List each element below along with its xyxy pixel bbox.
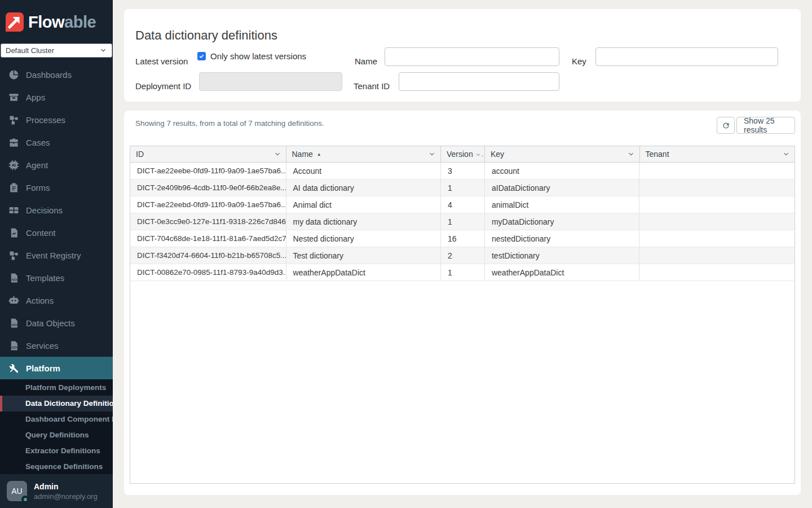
sidebar-subitem-query-definitions[interactable]: Query Definitions [0,427,113,443]
table-row[interactable]: DICT-f3420d74-6604-11f0-b21b-b65708c5...… [130,247,795,264]
tenant-id-input[interactable] [399,72,559,91]
cell-key: weatherAppDataDict [485,264,640,281]
cell-version: 3 [441,163,485,179]
sidebar-subitem-dashboard-component-definitions[interactable]: Dashboard Component Definitions [0,411,113,427]
sidebar-item-apps[interactable]: Apps [0,86,113,108]
cell-name: Account [286,163,442,179]
cell-tenant [639,230,795,247]
user-name: Admin [34,481,98,492]
sort-ascending-icon: ▲ [317,152,321,157]
column-header-key[interactable]: Key [485,146,640,162]
sidebar-subitem-sequence-definitions[interactable]: Sequence Definitions [0,459,113,474]
avatar: AU [7,481,27,501]
sidebar-item-label: Dashboards [26,70,72,80]
sidebar-item-decisions[interactable]: Decisions [0,199,113,221]
show-results-button[interactable]: Show 25 results [736,117,795,134]
tools-icon [8,362,19,374]
cell-tenant [639,179,795,196]
sidebar-item-templates[interactable]: </>Templates [0,266,113,289]
sidebar-item-actions[interactable]: Actions [0,289,113,312]
sidebar-item-cases[interactable]: Cases [0,131,113,154]
chevron-down-icon [428,150,436,158]
sidebar-item-label: Actions [26,296,54,305]
cell-name: Nested dictionary [286,230,442,247]
cell-id: DICT-00862e70-0985-11f1-8793-9a40d9d3... [130,264,286,281]
sitemap-icon [8,249,19,261]
cell-id: DICT-ae22eebe-0fd9-11f0-9a09-1ae57ba6... [130,163,286,179]
cell-key: nestedDictionary [485,230,640,247]
sidebar-item-platform[interactable]: Platform [0,357,113,379]
sidebar-item-data-objects[interactable]: </>Data Objects [0,312,113,334]
cell-tenant [639,196,795,213]
cell-key: testDictionary [485,247,640,264]
sidebar-item-label: Apps [26,93,45,102]
chevron-down-icon [99,46,107,54]
chevron-down-icon [782,150,790,158]
sidebar: Flowable Default Cluster DashboardsAppsP… [0,0,113,508]
cell-version: 4 [441,196,485,213]
sidebar-item-forms[interactable]: Forms [0,176,113,199]
key-label: Key [572,56,586,66]
sidebar-subitem-platform-deployments[interactable]: Platform Deployments [0,380,113,396]
sidebar-item-dashboards[interactable]: Dashboards [0,63,113,86]
table-row[interactable]: DICT-704c68de-1e18-11f1-81a6-7aed5d2c7..… [130,230,795,247]
sidebar-item-label: Decisions [26,205,63,215]
user-footer[interactable]: AU Admin admin@noreply.org [0,474,113,508]
cell-key: myDataDictionary [485,213,640,230]
sidebar-item-services[interactable]: </>Services [0,334,113,357]
sidebar-item-label: Event Registry [26,251,81,260]
briefcase-icon [8,137,19,148]
cell-id: DICT-0e3cc9e0-127e-11f1-9318-226c7d846..… [130,213,286,230]
svg-text:</>: </> [11,345,17,349]
cell-version: 16 [441,230,485,247]
key-input[interactable] [595,47,778,66]
cluster-select[interactable]: Default Cluster [1,43,112,58]
online-status-dot [21,496,29,503]
table-row[interactable]: DICT-0e3cc9e0-127e-11f1-9318-226c7d846..… [130,213,795,230]
checkbox-checked-icon[interactable] [197,52,206,60]
latest-version-label: Latest version [135,56,188,66]
sidebar-item-label: Templates [26,273,64,283]
results-card: Showing 7 results, from a total of 7 mat… [124,111,801,495]
column-header-name[interactable]: Name▲ [286,146,442,162]
cell-key: animalDict [485,196,640,213]
name-label: Name [355,56,377,66]
cluster-select-value: Default Cluster [6,46,54,55]
cell-version: 1 [441,213,485,230]
robot-icon [8,295,19,306]
column-header-tenant[interactable]: Tenant [640,146,795,162]
table-row[interactable]: DICT-2e409b96-4cdb-11f0-9e0f-66b2ea8e...… [130,179,795,196]
sidebar-item-label: Services [26,341,59,351]
table-row[interactable]: DICT-ae22eebe-0fd9-11f0-9a09-1ae57ba6...… [130,163,795,179]
cell-tenant [639,163,795,179]
sidebar-item-content[interactable]: Content [0,221,113,244]
chevron-down-icon [627,150,635,158]
filters-card: Data dictionary definitions Latest versi… [124,9,801,102]
sidebar-item-agent[interactable]: AIAgent [0,154,113,176]
platform-submenu: Platform DeploymentsData Dictionary Defi… [0,379,113,474]
sidebar-item-processes[interactable]: Processes [0,108,113,131]
sidebar-item-label: Forms [26,183,50,192]
cell-tenant [639,247,795,264]
page-title: Data dictionary definitions [135,28,277,43]
svg-text:</>: </> [11,323,17,327]
brand-name: Flowable [28,13,96,32]
svg-text:</>: </> [11,278,17,282]
name-input[interactable] [385,47,559,66]
sitemap-icon [8,114,19,125]
sidebar-subitem-extractor-definitions[interactable]: Extractor Definitions [0,443,113,459]
cell-name: weatherAppDataDict [286,264,442,281]
latest-version-checkbox-group[interactable]: Only show latest versions [197,51,306,61]
table-row[interactable]: DICT-ae22eebd-0fd9-11f0-9a09-1ae57ba6...… [130,196,795,213]
cell-id: DICT-704c68de-1e18-11f1-81a6-7aed5d2c7..… [130,230,286,247]
column-header-version[interactable]: Version. [441,146,485,162]
refresh-button[interactable] [717,117,735,134]
sidebar-subitem-data-dictionary-definitions[interactable]: Data Dictionary Definitions [0,396,113,411]
sidebar-item-event-registry[interactable]: Event Registry [0,244,113,266]
column-header-id[interactable]: ID [130,146,286,162]
sidebar-item-label: Platform [26,364,60,373]
avatar-initials: AU [11,487,22,496]
cell-tenant [639,213,795,230]
sidebar-item-label: Cases [26,138,50,147]
table-row[interactable]: DICT-00862e70-0985-11f1-8793-9a40d9d3...… [130,264,795,281]
